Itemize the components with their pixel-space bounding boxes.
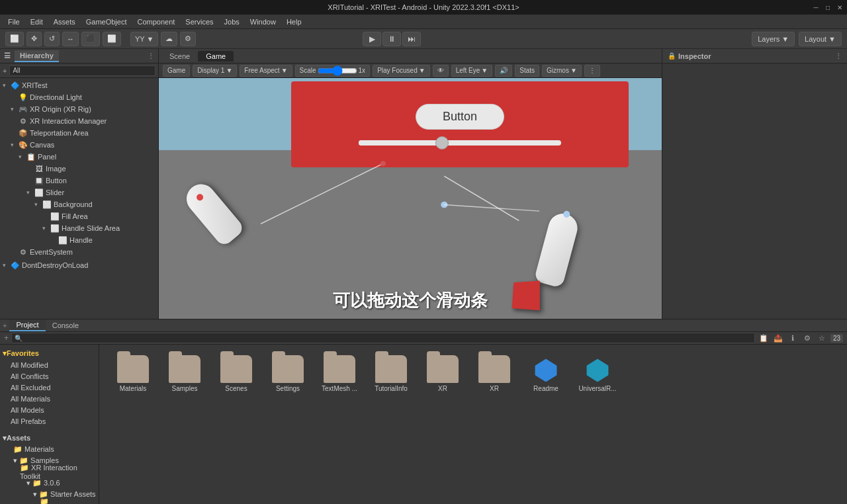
grid-item-3[interactable]: Settings (265, 355, 311, 392)
game-tab[interactable]: Game (198, 51, 234, 62)
minimize-button[interactable]: ─ (811, 3, 821, 12)
menu-file[interactable]: File (3, 17, 25, 27)
menu-help[interactable]: Help (281, 17, 307, 27)
fav-all-modified[interactable]: All Modified (0, 359, 99, 370)
cloud-button[interactable]: ☁ (161, 32, 177, 46)
menu-jobs[interactable]: Jobs (219, 17, 245, 27)
bottom-icon-1[interactable]: 📋 (758, 332, 770, 344)
scale-slider[interactable] (318, 67, 357, 74)
vr-eye-btn[interactable]: 👁 (433, 65, 449, 77)
grid-item-5[interactable]: TutorialInfo (368, 355, 414, 392)
hierarchy-item-9[interactable]: ▾⬜Slider (0, 187, 158, 198)
speaker-btn[interactable]: 🔊 (495, 65, 512, 77)
asset-tree-affordance[interactable]: 📁 AffordanceTher... (0, 500, 99, 504)
hierarchy-item-4[interactable]: 📦Teleportation Area (0, 127, 158, 139)
pause-button[interactable]: ⏸ (382, 32, 401, 46)
transform-rect2-button[interactable]: ⬛ (81, 32, 100, 46)
menu-gameobject[interactable]: GameObject (81, 17, 132, 27)
display-dropdown[interactable]: Display 1 ▼ (193, 65, 237, 77)
hierarchy-menu-icon: ☰ (4, 52, 11, 60)
hierarchy-item-15[interactable]: ▾🔷DontDestroyOnLoad (0, 259, 158, 271)
hierarchy-add-icon[interactable]: + (3, 67, 7, 75)
bottom-icon-settings[interactable]: ⚙ (801, 332, 813, 344)
bottom-add-button[interactable]: + (3, 321, 7, 329)
hierarchy-item-13[interactable]: ⬜Handle (0, 234, 158, 246)
play-focused-btn[interactable]: Play Focused ▼ (373, 65, 430, 77)
favorites-title[interactable]: ▾ Favorites (0, 347, 99, 359)
ui-slider-handle[interactable] (435, 136, 449, 149)
layers-dropdown[interactable]: Layers ▼ (752, 32, 795, 46)
menu-edit[interactable]: Edit (25, 17, 48, 27)
hierarchy-item-14[interactable]: ⚙EventSystem (0, 246, 158, 258)
hierarchy-item-8[interactable]: 🔲Button (0, 175, 158, 187)
hierarchy-item-6[interactable]: ▾📋Panel (0, 151, 158, 163)
stats-btn[interactable]: Stats (515, 65, 539, 77)
console-tab[interactable]: Console (46, 320, 85, 331)
fav-all-prefabs[interactable]: All Prefabs (0, 415, 99, 427)
grid-item-2[interactable]: Scenes (213, 355, 259, 392)
menu-assets[interactable]: Assets (48, 17, 81, 27)
maximize-button[interactable]: □ (823, 3, 832, 12)
aspect-dropdown[interactable]: Free Aspect ▼ (240, 65, 292, 77)
asset-tree-materials[interactable]: 📁 Materials (0, 444, 99, 455)
hierarchy-item-11[interactable]: ⬜Fill Area (0, 210, 158, 222)
grid-item-0[interactable]: Materials (110, 355, 156, 392)
grid-item-4[interactable]: TextMesh ... (316, 355, 363, 392)
bottom-add-icon[interactable]: + (4, 333, 9, 343)
fav-all-materials[interactable]: All Materials (0, 393, 99, 404)
grid-item-8[interactable]: Readme (523, 355, 569, 392)
hierarchy-item-1[interactable]: 💡Directional Light (0, 91, 158, 103)
bottom-icon-info[interactable]: ℹ (787, 332, 799, 344)
layout-dropdown[interactable]: Layout ▼ (799, 32, 842, 46)
fav-all-conflicts[interactable]: All Conflicts (0, 370, 99, 382)
step-button[interactable]: ⏭ (402, 32, 421, 46)
hierarchy-item-12[interactable]: ▾⬜Handle Slide Area (0, 222, 158, 234)
inspector-lock-icon[interactable]: 🔒 (668, 52, 676, 60)
ui-button[interactable]: Button (416, 104, 504, 130)
layers-label: Layers (758, 35, 780, 43)
fav-all-excluded[interactable]: All Excluded (0, 382, 99, 393)
hierarchy-tab[interactable]: Hierarchy (15, 50, 59, 62)
transform-move-button[interactable]: ✥ (26, 32, 42, 46)
transform-combined-button[interactable]: ⬜ (103, 32, 121, 46)
menu-component[interactable]: Component (132, 17, 180, 27)
view-menu-btn[interactable]: ⋮ (584, 65, 600, 77)
hierarchy-item-3[interactable]: ⚙XR Interaction Manager (0, 115, 158, 127)
assets-tree-title[interactable]: ▾ Assets (0, 432, 99, 444)
transform-rotate-button[interactable]: ↺ (44, 32, 60, 46)
hierarchy-item-5[interactable]: ▾🎨Canvas (0, 139, 158, 151)
play-button[interactable]: ▶ (363, 32, 381, 46)
grid-item-label-3: Settings (276, 385, 300, 392)
layout-label: Layout (805, 35, 826, 43)
close-button[interactable]: ✕ (835, 3, 844, 12)
menu-window[interactable]: Window (245, 17, 281, 27)
hierarchy-item-7[interactable]: 🖼Image (0, 163, 158, 175)
scene-tab[interactable]: Scene (161, 51, 198, 62)
scale-control[interactable]: Scale 1x (295, 65, 371, 77)
transform-rect-button[interactable]: ⬜ (5, 32, 24, 46)
hierarchy-search-input[interactable] (9, 65, 156, 76)
inspector-options[interactable]: ⋮ (835, 52, 842, 60)
gizmos-btn[interactable]: Gizmos ▼ (542, 65, 582, 77)
eye-dropdown[interactable]: Left Eye ▼ (451, 65, 493, 77)
assets-search-input[interactable] (22, 335, 752, 342)
hierarchy-item-10[interactable]: ▾⬜Background (0, 198, 158, 210)
asset-tree-xr-toolkit[interactable]: 📁 XR Interaction Toolkit (0, 466, 99, 478)
bottom-icon-star[interactable]: ☆ (816, 332, 828, 344)
project-tab[interactable]: Project (9, 319, 45, 331)
fav-all-models[interactable]: All Models (0, 404, 99, 415)
bottom-icon-2[interactable]: 📤 (772, 332, 784, 344)
grid-item-1[interactable]: Samples (161, 355, 208, 392)
grid-item-9[interactable]: UniversalR... (574, 355, 621, 392)
hierarchy-item-0[interactable]: ▾🔷XRITest (0, 79, 158, 91)
menu-services[interactable]: Services (180, 17, 218, 27)
transform-scale-button[interactable]: ↔ (62, 32, 79, 46)
game-display-btn[interactable]: Game (163, 65, 190, 77)
yy-dropdown[interactable]: YY ▼ (130, 32, 158, 46)
settings-button[interactable]: ⚙ (180, 32, 196, 46)
tree-icon-10: ⬜ (42, 200, 52, 209)
hierarchy-options[interactable]: ⋮ (148, 52, 154, 60)
hierarchy-item-2[interactable]: ▾🎮XR Origin (XR Rig) (0, 103, 158, 115)
grid-item-7[interactable]: XR (471, 355, 517, 392)
grid-item-6[interactable]: XR (420, 355, 466, 392)
